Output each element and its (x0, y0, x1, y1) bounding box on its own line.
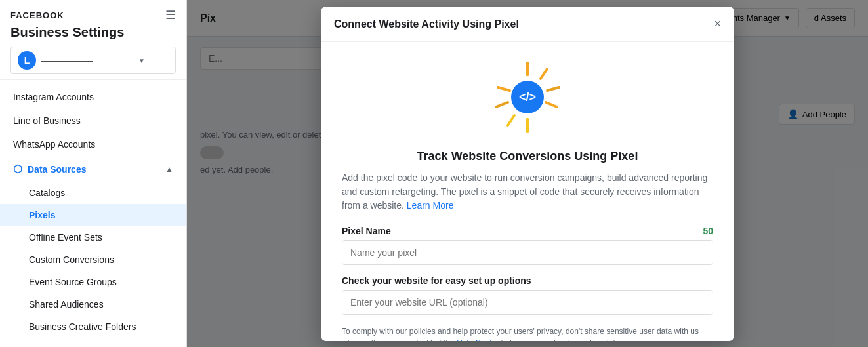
website-section: Check your website for easy set up optio… (342, 276, 713, 315)
business-settings-title: Business Settings (10, 25, 176, 40)
svg-line-7 (498, 87, 510, 91)
sidebar-item-instagram-accounts[interactable]: Instagram Accounts (0, 85, 186, 109)
modal-body: </> Track Website Conversions Using Pixe… (321, 42, 734, 341)
modal-title: Connect Website Activity Using Pixel (334, 18, 519, 30)
sidebar-section-data-sources[interactable]: ⬡ Data Sources ▲ (0, 156, 186, 182)
learn-more-link[interactable]: Learn More (407, 200, 454, 211)
hamburger-menu-icon[interactable]: ☰ (165, 8, 176, 22)
facebook-logo-text: FACEBOOK (10, 10, 64, 20)
pixel-icon-container: </> (342, 58, 713, 136)
sidebar-item-label: Event Source Groups (29, 277, 117, 287)
website-url-input[interactable] (342, 290, 713, 315)
sidebar-item-shared-audiences[interactable]: Shared Audiences (0, 293, 186, 316)
modal: Connect Website Activity Using Pixel × (321, 7, 734, 341)
main-content: Pix 34414 Open in Events Manager ▼ d Ass… (187, 0, 868, 347)
modal-footer-text: To comply with our policies and help pro… (342, 325, 713, 341)
help-center-link[interactable]: Help Center (457, 338, 499, 341)
sidebar-item-label: Business Creative Folders (29, 321, 136, 332)
data-sources-label: Data Sources (28, 164, 86, 174)
sidebar-item-whatsapp-accounts[interactable]: WhatsApp Accounts (0, 133, 186, 156)
sidebar-item-label: Shared Audiences (29, 299, 104, 310)
pixel-name-section: Pixel Name 50 (342, 226, 713, 265)
sidebar-nav: Instagram Accounts Line of Business What… (0, 80, 186, 347)
data-sources-icon: ⬡ (13, 163, 22, 175)
modal-overlay: Connect Website Activity Using Pixel × (187, 0, 868, 347)
sidebar-item-custom-conversions[interactable]: Custom Conversions (0, 249, 186, 271)
sidebar-item-catalogs[interactable]: Catalogs (0, 182, 186, 204)
sidebar-item-label: Custom Conversions (29, 255, 114, 265)
svg-line-3 (546, 102, 557, 107)
sidebar-item-pixels[interactable]: Pixels (0, 204, 186, 226)
chevron-up-icon: ▲ (165, 165, 173, 174)
char-count: 50 (703, 226, 713, 236)
sidebar-item-label: Instagram Accounts (13, 92, 94, 102)
sidebar-item-line-of-business[interactable]: Line of Business (0, 109, 186, 133)
modal-description: Add the pixel code to your website to ru… (342, 171, 713, 213)
svg-line-6 (496, 102, 508, 107)
chevron-down-icon: ▼ (138, 57, 145, 64)
code-icon: </> (511, 81, 544, 113)
modal-header: Connect Website Activity Using Pixel × (321, 7, 734, 42)
sidebar-item-business-creative-folders[interactable]: Business Creative Folders (0, 316, 186, 338)
account-selector[interactable]: L —————— ▼ (10, 47, 176, 74)
sidebar-item-label: Catalogs (29, 188, 65, 198)
sidebar-item-label: Line of Business (13, 115, 81, 126)
website-label: Check your website for easy set up optio… (342, 276, 713, 286)
modal-heading: Track Website Conversions Using Pixel (342, 150, 713, 163)
account-name: —————— (41, 56, 133, 66)
svg-line-1 (541, 69, 547, 79)
sidebar-item-offline-event-sets[interactable]: Offline Event Sets (0, 226, 186, 249)
sidebar-item-event-source-groups[interactable]: Event Source Groups (0, 271, 186, 293)
avatar: L (18, 51, 36, 70)
pixel-icon: </> (488, 58, 567, 136)
svg-line-2 (547, 87, 559, 91)
pixel-name-input[interactable] (342, 240, 713, 265)
sidebar-item-label: Offline Event Sets (29, 232, 102, 243)
sidebar-header: FACEBOOK ☰ Business Settings L —————— ▼ (0, 0, 186, 80)
svg-line-5 (508, 115, 514, 125)
close-button[interactable]: × (714, 17, 721, 31)
sidebar-item-label: Pixels (29, 210, 55, 220)
sidebar: FACEBOOK ☰ Business Settings L —————— ▼ … (0, 0, 187, 347)
sidebar-item-label: WhatsApp Accounts (13, 139, 95, 150)
fb-logo: FACEBOOK ☰ (10, 8, 176, 22)
pixel-name-label: Pixel Name (342, 226, 391, 236)
